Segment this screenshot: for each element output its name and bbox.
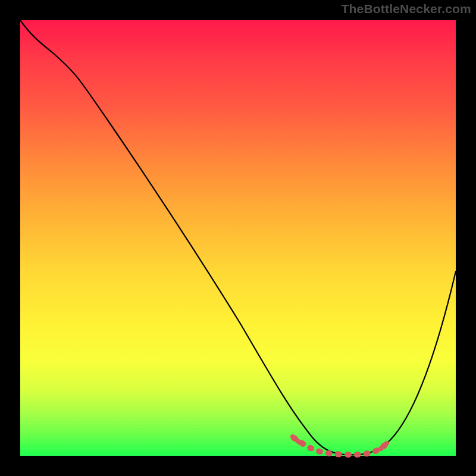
optimal-range-marker-left-cap [293, 437, 300, 443]
plot-area [20, 20, 456, 456]
bottleneck-curve [20, 20, 456, 455]
bottleneck-curve-svg [20, 20, 456, 456]
chart-frame: TheBottleNecker.com [0, 0, 476, 476]
watermark-text: TheBottleNecker.com [341, 2, 471, 16]
